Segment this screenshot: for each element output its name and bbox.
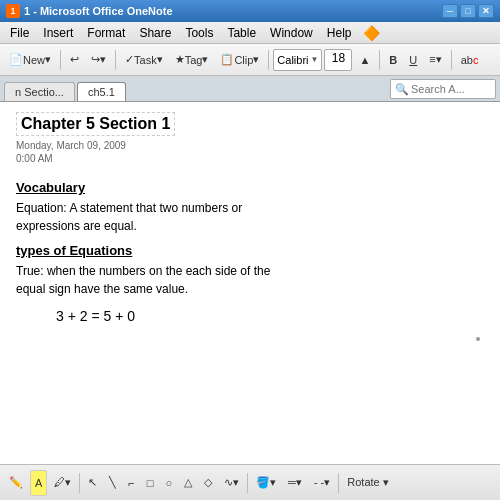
search-icon: 🔍 [395, 83, 409, 96]
clip-icon: 📋 [220, 53, 234, 66]
toolbar-sep-5 [451, 50, 452, 70]
menu-insert[interactable]: Insert [37, 24, 79, 42]
draw-circle-button[interactable]: ○ [160, 470, 177, 496]
equation-example: 3 + 2 = 5 + 0 [56, 308, 484, 324]
help-icon[interactable]: 🔶 [363, 25, 380, 41]
task-icon: ✓ [125, 53, 134, 66]
drawing-toolbar: ✏️ A 🖊▾ ↖ ╲ ⌐ □ ○ △ ◇ ∿▾ 🪣▾ ═▾ - -▾ Rota… [0, 464, 500, 500]
font-size-up[interactable]: ▲ [354, 48, 375, 72]
menu-window[interactable]: Window [264, 24, 319, 42]
draw-sep-3 [338, 473, 339, 493]
tag-button[interactable]: ★ Tag▾ [170, 48, 214, 72]
font-dropdown[interactable]: Calibri ▼ [273, 49, 322, 71]
toolbar-sep-1 [60, 50, 61, 70]
menu-file[interactable]: File [4, 24, 35, 42]
tab-ch5[interactable]: ch5.1 [77, 82, 126, 101]
content-area: Chapter 5 Section 1 Monday, March 09, 20… [0, 102, 500, 464]
clip-button[interactable]: 📋 Clip▾ [215, 48, 264, 72]
minimize-button[interactable]: ─ [442, 4, 458, 18]
search-input[interactable] [411, 83, 491, 95]
equations-heading: types of Equations [16, 243, 484, 258]
list-button[interactable]: ≡▾ [424, 48, 446, 72]
toolbar-sep-4 [379, 50, 380, 70]
abc-button[interactable]: abc [456, 48, 484, 72]
menu-share[interactable]: Share [133, 24, 177, 42]
menu-help[interactable]: Help [321, 24, 358, 42]
window-controls[interactable]: ─ □ ✕ [442, 4, 494, 18]
new-button[interactable]: 📄 New▾ [4, 48, 56, 72]
undo-button[interactable]: ↩ [65, 48, 84, 72]
draw-freeform-button[interactable]: ∿▾ [219, 470, 244, 496]
menu-table[interactable]: Table [221, 24, 262, 42]
new-icon: 📄 [9, 53, 23, 66]
equations-content: True: when the numbers on the each side … [16, 262, 484, 298]
draw-fill-button[interactable]: 🪣▾ [251, 470, 281, 496]
draw-line-style-button[interactable]: ═▾ [283, 470, 307, 496]
toolbar-sep-3 [268, 50, 269, 70]
task-button[interactable]: ✓ Task▾ [120, 48, 168, 72]
page-title: Chapter 5 Section 1 [21, 115, 170, 133]
draw-rect-button[interactable]: □ [142, 470, 159, 496]
draw-sep-2 [247, 473, 248, 493]
tab-section[interactable]: n Sectio... [4, 82, 75, 101]
draw-select-button[interactable]: ↖ [83, 470, 102, 496]
vocabulary-content: Equation: A statement that two numbers o… [16, 199, 484, 235]
tab-bar: n Sectio... ch5.1 🔍 [0, 76, 500, 102]
close-button[interactable]: ✕ [478, 4, 494, 18]
redo-button[interactable]: ↪▾ [86, 48, 111, 72]
tag-icon: ★ [175, 53, 185, 66]
bold-button[interactable]: B [384, 48, 402, 72]
draw-pen-button[interactable]: ✏️ [4, 470, 28, 496]
toolbar-sep-2 [115, 50, 116, 70]
draw-highlighter-button[interactable]: A [30, 470, 47, 496]
page-title-box: Chapter 5 Section 1 [16, 112, 175, 136]
maximize-button[interactable]: □ [460, 4, 476, 18]
draw-sep-1 [79, 473, 80, 493]
menu-format[interactable]: Format [81, 24, 131, 42]
toolbar: 📄 New▾ ↩ ↪▾ ✓ Task▾ ★ Tag▾ 📋 Clip▾ Calib… [0, 44, 500, 76]
draw-dash-button[interactable]: - -▾ [309, 470, 335, 496]
page-time: 0:00 AM [16, 153, 484, 164]
underline-button[interactable]: U [404, 48, 422, 72]
draw-triangle-button[interactable]: △ [179, 470, 197, 496]
font-dropdown-arrow: ▼ [311, 55, 319, 64]
dot-marker [476, 337, 480, 341]
menu-tools[interactable]: Tools [179, 24, 219, 42]
draw-eraser-button[interactable]: 🖊▾ [49, 470, 76, 496]
app-icon: 1 [6, 4, 20, 18]
draw-arrow-button[interactable]: ⌐ [123, 470, 139, 496]
title-bar-text: 1 - Microsoft Office OneNote [24, 5, 173, 17]
search-bar[interactable]: 🔍 [390, 79, 496, 99]
title-bar: 1 1 - Microsoft Office OneNote ─ □ ✕ [0, 0, 500, 22]
draw-diamond-button[interactable]: ◇ [199, 470, 217, 496]
draw-line-button[interactable]: ╲ [104, 470, 121, 496]
menu-bar: File Insert Format Share Tools Table Win… [0, 22, 500, 44]
vocabulary-heading: Vocabulary [16, 180, 484, 195]
rotate-button[interactable]: Rotate ▾ [342, 470, 393, 496]
page-date: Monday, March 09, 2009 [16, 140, 484, 151]
font-size-input[interactable]: 18 [324, 49, 352, 71]
